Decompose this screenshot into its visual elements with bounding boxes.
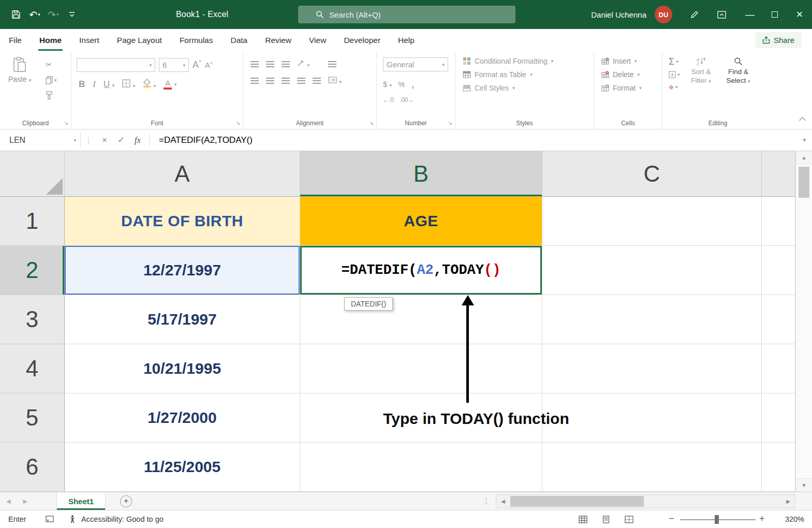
number-format-select[interactable]: General ▾ [383,57,448,71]
cell-filler-6[interactable] [762,443,795,492]
cut-button[interactable]: ✂ [46,60,52,69]
ink-button[interactable] [686,6,703,23]
comma-style-button[interactable]: , [411,77,414,91]
sheet-tab-sheet1[interactable]: Sheet1 [56,492,106,510]
bold-button[interactable]: B [79,79,85,90]
undo-button[interactable]: ↶▾ [26,6,43,23]
cell-b4[interactable] [300,344,542,393]
cell-a1[interactable]: DATE OF BIRTH [65,197,300,246]
cell-c2[interactable] [542,246,762,295]
cell-c6[interactable] [542,443,762,492]
avatar[interactable]: DU [655,6,672,23]
accessibility-button[interactable] [69,515,76,525]
normal-view-button[interactable] [579,516,587,525]
increase-decimal-button[interactable]: ←.0 [383,96,394,104]
cell-c3[interactable] [542,295,762,344]
select-all-corner[interactable] [0,151,65,197]
borders-button[interactable]: ▾ [122,79,135,90]
tab-help[interactable]: Help [389,29,423,52]
add-sheet-button[interactable]: + [120,495,132,507]
cell-a3[interactable]: 5/17/1997 [65,295,300,344]
align-middle-button[interactable] [266,61,274,67]
cell-a4[interactable]: 10/21/1995 [65,344,300,393]
horizontal-scrollbar[interactable]: ◀ ▶ [496,494,795,508]
minimize-button[interactable]: — [737,0,762,29]
confirm-entry-button[interactable]: ✓ [113,133,129,148]
font-dialog-launcher[interactable]: ↘ [236,121,240,126]
scroll-down-button[interactable]: ▼ [796,478,812,492]
alignment-dialog-launcher[interactable]: ↘ [370,121,374,126]
accounting-format-button[interactable]: $ ▾ [383,80,392,89]
sort-filter-button[interactable]: AZ Sort & Filter ▾ [685,57,717,91]
align-left-button[interactable] [250,78,259,84]
column-header-c[interactable]: C [542,151,762,197]
cell-b1[interactable]: AGE [300,197,542,246]
format-as-table-button[interactable]: Format as Table ▾ [463,70,594,79]
conditional-formatting-button[interactable]: Conditional Formatting ▾ [463,57,594,65]
decrease-font-size-button[interactable]: A˅ [205,61,213,69]
clear-button[interactable]: ◆ ▾ [669,83,680,91]
fill-color-button[interactable]: ▾ [143,79,156,90]
horizontal-scrollbar-thumb[interactable] [510,496,644,507]
row-header-6[interactable]: 6 [0,443,65,492]
italic-button[interactable]: I [93,79,96,90]
vertical-scrollbar[interactable]: ▲ ▼ [795,151,812,492]
row-header-1[interactable]: 1 [0,197,65,246]
ribbon-display-options-button[interactable] [713,6,730,23]
paste-button[interactable]: Paste ▾ [8,57,31,83]
scroll-up-button[interactable]: ▲ [796,151,812,165]
customize-quick-access-button[interactable] [63,6,81,23]
formula-bar-resize-handle[interactable]: ⋮ [81,136,96,144]
undo-caret-icon[interactable]: ▾ [38,12,40,17]
cell-styles-button[interactable]: Cell Styles ▾ [463,84,594,92]
scroll-right-button[interactable]: ▶ [781,495,795,508]
number-dialog-launcher[interactable]: ↘ [448,121,452,126]
tab-insert[interactable]: Insert [70,29,108,52]
copy-button[interactable]: ▾ [46,76,57,84]
find-select-button[interactable]: Find & Select ▾ [722,57,755,91]
redo-caret-icon[interactable]: ▾ [56,12,59,17]
merge-center-button[interactable]: ▾ [328,76,342,85]
scroll-left-button[interactable]: ◀ [496,495,510,508]
cancel-entry-button[interactable]: × [96,133,113,148]
insert-function-button[interactable]: fx [129,133,146,148]
accessibility-status[interactable]: Accessibility: Good to go [81,515,164,523]
zoom-level[interactable]: 320% [774,515,804,523]
cell-filler-3[interactable] [762,295,795,344]
share-button[interactable]: Share [755,32,802,48]
close-button[interactable]: × [787,0,812,29]
search-box[interactable] [298,6,515,23]
redo-button[interactable]: ↷▾ [45,6,62,23]
user-name[interactable]: Daniel Uchenna [591,10,646,19]
format-painter-button[interactable] [46,91,53,99]
collapse-ribbon-button[interactable] [800,115,805,125]
cell-c1[interactable] [542,197,762,246]
next-sheet-button[interactable]: ▶ [17,498,33,505]
font-color-button[interactable]: A ▾ [164,79,176,90]
row-header-3[interactable]: 3 [0,295,65,344]
cell-filler-4[interactable] [762,344,795,393]
autosum-button[interactable]: Σ▾ [669,57,680,66]
page-layout-view-button[interactable] [602,516,610,525]
previous-sheet-button[interactable]: ◀ [0,498,17,505]
fill-button[interactable]: ▾ [669,71,680,78]
name-box[interactable]: LEN ▾ [4,133,81,148]
tab-formulas[interactable]: Formulas [171,29,222,52]
align-top-button[interactable] [250,61,259,67]
underline-button[interactable]: U ▾ [104,79,114,90]
cell-b6[interactable] [300,443,542,492]
format-cells-button[interactable]: Format ▾ [601,84,662,92]
page-break-preview-button[interactable] [625,516,633,525]
maximize-button[interactable] [762,0,787,29]
tab-page-layout[interactable]: Page Layout [108,29,171,52]
increase-indent-button[interactable] [313,78,321,84]
clipboard-dialog-launcher[interactable]: ↘ [64,121,68,126]
cell-a5[interactable]: 1/27/2000 [65,393,300,443]
tab-file[interactable]: File [0,29,31,52]
column-header-b[interactable]: B [300,151,542,197]
row-header-4[interactable]: 4 [0,344,65,393]
font-size-select[interactable]: 6 ▾ [159,58,189,72]
zoom-slider-thumb[interactable] [715,515,719,524]
increase-font-size-button[interactable]: A^ [193,60,201,70]
macro-record-button[interactable] [46,516,54,524]
